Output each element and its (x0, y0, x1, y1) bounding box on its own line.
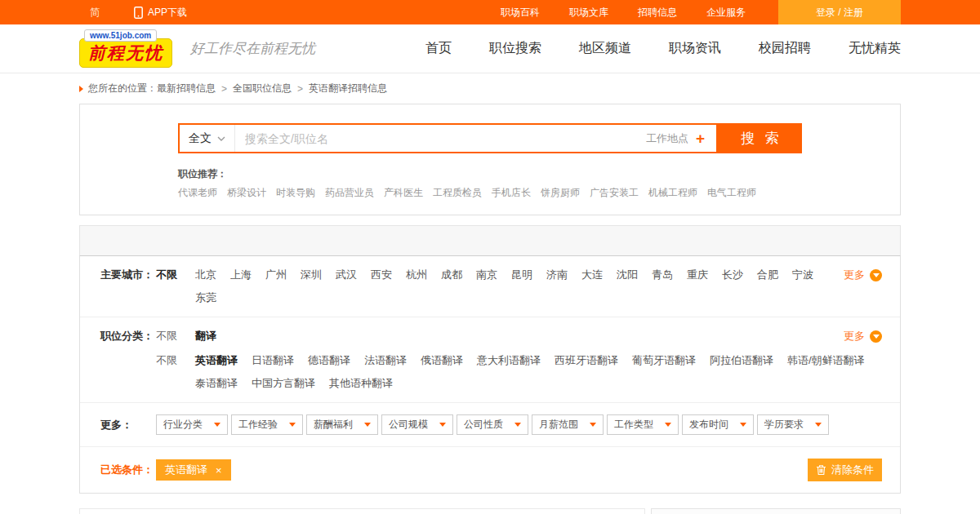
breadcrumb-separator: > (297, 83, 303, 95)
nav-item[interactable]: 无忧精英 (849, 40, 901, 57)
breadcrumb-label: 您所在的位置： (88, 82, 157, 95)
city-link[interactable]: 济南 (546, 268, 568, 282)
login-register-button[interactable]: 登录 / 注册 (778, 0, 901, 24)
recommend-item[interactable]: 手机店长 (492, 186, 531, 200)
city-link[interactable]: 重庆 (687, 268, 708, 282)
recommend-item[interactable]: 广告安装工 (590, 186, 639, 200)
nav-item[interactable]: 职场资讯 (669, 40, 721, 57)
selected-condition-tag[interactable]: 英语翻译 × (156, 459, 231, 481)
phone-icon (134, 7, 143, 19)
filter-dropdown[interactable]: 薪酬福利 (306, 414, 378, 435)
subcategory-selected-link[interactable]: 英语翻译 (195, 353, 238, 368)
filter-dropdown[interactable]: 工作经验 (231, 414, 303, 435)
subcategory-link[interactable]: 意大利语翻译 (477, 353, 541, 368)
recommend-item[interactable]: 时装导购 (276, 186, 315, 200)
subcategory-link[interactable]: 其他语种翻译 (329, 376, 393, 391)
arrow-down-circle-icon (870, 330, 882, 343)
filter-dropdown[interactable]: 行业分类 (156, 414, 228, 435)
main-nav: 首页职位搜索地区频道职场资讯校园招聘无忧精英 (425, 40, 901, 57)
site-header: www.51job.com 前程无忧 好工作尽在前程无忧 首页职位搜索地区频道职… (0, 24, 980, 73)
category-unlimited-link[interactable]: 不限 (156, 329, 195, 343)
subcategory-link[interactable]: 日语翻译 (252, 353, 294, 368)
city-link[interactable]: 北京 (195, 268, 216, 282)
filter-dropdown[interactable]: 工作类型 (607, 414, 679, 435)
subcategory-link[interactable]: 中国方言翻译 (252, 376, 315, 391)
recommend-item[interactable]: 饼房厨师 (541, 186, 580, 200)
search-button[interactable]: 搜 索 (718, 123, 802, 153)
lang-simplified-link[interactable]: 简 (90, 6, 100, 20)
plus-icon: + (696, 131, 705, 146)
city-link[interactable]: 沈阳 (617, 268, 638, 282)
app-download-link[interactable]: APP下载 (134, 6, 187, 20)
city-link[interactable]: 南京 (476, 268, 497, 282)
city-filter-row: 主要城市： 不限 北京上海广州深圳武汉西安杭州成都南京昆明济南大连沈阳青岛重庆长… (80, 256, 900, 317)
topbar-link[interactable]: 招聘信息 (638, 6, 677, 20)
city-link[interactable]: 深圳 (301, 268, 322, 282)
selected-conditions-label: 已选条件： (100, 463, 156, 477)
subcategory-unlimited-link[interactable]: 不限 (156, 353, 195, 368)
app-download-label: APP下载 (148, 6, 187, 20)
logo[interactable]: www.51job.com 前程无忧 (79, 29, 172, 68)
breadcrumb-link[interactable]: 英语翻译招聘信息 (309, 82, 387, 95)
category-more-button[interactable]: 更多 (844, 329, 900, 343)
subcategory-link[interactable]: 泰语翻译 (195, 376, 238, 391)
breadcrumb-link[interactable]: 最新招聘信息 (157, 82, 216, 95)
city-link[interactable]: 西安 (371, 268, 392, 282)
nav-item[interactable]: 首页 (425, 40, 452, 57)
category-parent-link[interactable]: 翻译 (195, 329, 216, 343)
city-unlimited-link[interactable]: 不限 (156, 268, 195, 282)
breadcrumb: 您所在的位置： 最新招聘信息 > 全国职位信息 > 英语翻译招聘信息 (79, 82, 901, 95)
subcategory-link[interactable]: 阿拉伯语翻译 (710, 353, 773, 368)
work-location-selector[interactable]: 工作地点 + (635, 131, 716, 146)
filter-dropdown[interactable]: 公司性质 (457, 414, 528, 435)
subcategory-link[interactable]: 韩语/朝鲜语翻译 (787, 353, 865, 368)
clear-conditions-button[interactable]: 清除条件 (808, 459, 882, 481)
category-filter-label: 职位分类： (100, 329, 156, 343)
filter-dropdown[interactable]: 学历要求 (757, 414, 829, 435)
filter-dropdown[interactable]: 月薪范围 (532, 414, 604, 435)
breadcrumb-separator: > (221, 83, 227, 95)
nav-item[interactable]: 校园招聘 (759, 40, 811, 57)
filter-dropdown[interactable]: 发布时间 (682, 414, 754, 435)
recommend-item[interactable]: 机械工程师 (648, 186, 697, 200)
topbar-link[interactable]: 企业服务 (706, 6, 746, 20)
city-link[interactable]: 成都 (441, 268, 462, 282)
recommend-item[interactable]: 工程质检员 (433, 186, 482, 200)
clear-conditions-label: 清除条件 (831, 463, 874, 477)
nav-item[interactable]: 职位搜索 (489, 40, 541, 57)
subcategory-link[interactable]: 葡萄牙语翻译 (632, 353, 696, 368)
recommend-item[interactable]: 桥梁设计 (227, 186, 266, 200)
nav-item[interactable]: 地区频道 (579, 40, 631, 57)
filter-dropdown[interactable]: 公司规模 (381, 414, 453, 435)
city-link[interactable]: 青岛 (652, 268, 673, 282)
recommend-item[interactable]: 药品营业员 (325, 186, 374, 200)
search-scope-dropdown[interactable]: 全文 (180, 125, 235, 152)
city-filter-label: 主要城市： (100, 268, 156, 282)
city-link[interactable]: 宁波 (792, 268, 813, 282)
city-link[interactable]: 长沙 (722, 268, 743, 282)
city-link[interactable]: 上海 (230, 268, 252, 282)
logo-wordmark: 前程无忧 (79, 38, 172, 68)
city-link[interactable]: 杭州 (406, 268, 427, 282)
city-more-button[interactable]: 更多 (844, 268, 900, 282)
recommend-item[interactable]: 电气工程师 (707, 186, 756, 200)
subcategory-link[interactable]: 西班牙语翻译 (555, 353, 618, 368)
city-link[interactable]: 东莞 (195, 290, 216, 305)
work-location-label: 工作地点 (646, 131, 688, 146)
remove-condition-icon[interactable]: × (216, 464, 222, 476)
city-link[interactable]: 武汉 (336, 268, 357, 282)
subcategory-link[interactable]: 俄语翻译 (421, 353, 463, 368)
city-link[interactable]: 广州 (265, 268, 287, 282)
recommend-item[interactable]: 代课老师 (178, 186, 217, 200)
topbar-link[interactable]: 职场百科 (501, 6, 540, 20)
recommend-item[interactable]: 产科医生 (384, 186, 423, 200)
subcategory-link[interactable]: 法语翻译 (364, 353, 407, 368)
city-link[interactable]: 大连 (581, 268, 603, 282)
search-input[interactable] (235, 132, 635, 145)
city-link[interactable]: 昆明 (511, 268, 532, 282)
subcategory-link[interactable]: 德语翻译 (308, 353, 350, 368)
breadcrumb-link[interactable]: 全国职位信息 (233, 82, 292, 95)
search-box: 全文 工作地点 + (178, 123, 718, 153)
city-link[interactable]: 合肥 (757, 268, 778, 282)
topbar-link[interactable]: 职场文库 (569, 6, 608, 20)
